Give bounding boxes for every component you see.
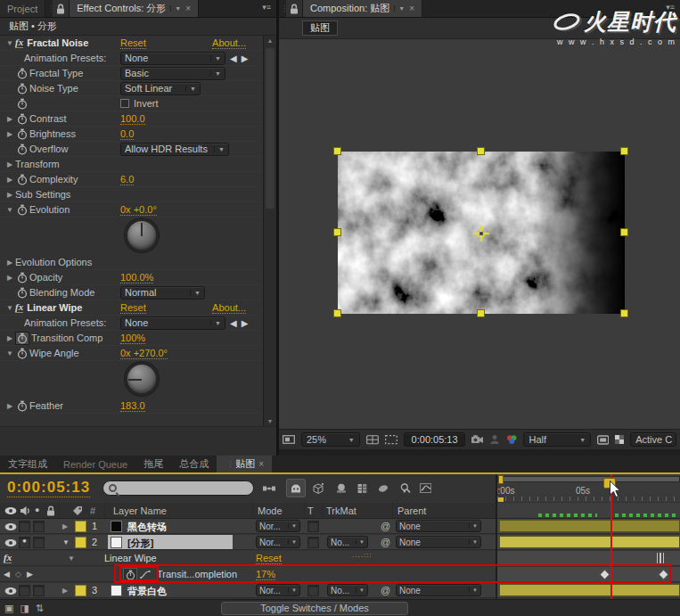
transparency-grid-icon[interactable] [615, 432, 624, 447]
effect-row-linear-wipe[interactable]: fx ▼ Linear Wipe Reset ....::: [0, 551, 496, 566]
parent-dropdown[interactable]: None▼ [396, 536, 481, 548]
row-evolution-options[interactable]: ▶ Evolution Options [0, 255, 260, 270]
eye-icon[interactable] [4, 538, 17, 547]
stopwatch-icon[interactable] [15, 348, 29, 359]
list-track-divider[interactable] [496, 474, 497, 599]
video-column-eye-icon[interactable] [4, 506, 17, 515]
work-area-bar[interactable] [497, 476, 680, 482]
twirl-collapsed-icon[interactable]: ▶ [4, 259, 15, 267]
layer-duration-bar[interactable] [499, 520, 680, 532]
shy-toggle-icon[interactable] [286, 479, 306, 497]
trkmat-column-header[interactable]: TrkMat [326, 505, 356, 516]
twirl-expanded-icon[interactable]: ▼ [68, 554, 75, 563]
selection-handle[interactable] [333, 147, 341, 155]
lock-column-icon[interactable] [45, 505, 56, 516]
opacity-value[interactable]: 100.0% [120, 272, 153, 283]
evolution-value[interactable]: 0x +0.0° [120, 204, 157, 216]
velocity-curve-icon[interactable] [140, 570, 151, 579]
live-update-icon[interactable] [400, 483, 411, 494]
comp-flowchart-button[interactable]: 贴图 [302, 21, 338, 36]
effect-name[interactable]: Linear Wipe [104, 553, 157, 563]
twirl-collapsed-icon[interactable]: ▶ [4, 191, 15, 199]
stopwatch-icon[interactable] [15, 128, 29, 140]
about-link[interactable]: About... [212, 37, 246, 49]
tab-dropdown-icon[interactable]: ▼ [170, 5, 181, 12]
mode-column-header[interactable]: Mode [258, 505, 283, 516]
solo-column-icon[interactable]: ● [35, 505, 39, 514]
graph-editor-icon[interactable] [420, 483, 431, 493]
stopwatch-icon[interactable] [15, 83, 29, 94]
parent-dropdown[interactable]: None▼ [396, 584, 481, 596]
always-preview-icon[interactable] [283, 432, 295, 447]
solo-cell[interactable] [33, 537, 45, 548]
t-switch-cell[interactable] [307, 521, 319, 532]
safe-margins-icon[interactable] [366, 432, 379, 447]
solo-cell[interactable] [33, 521, 45, 532]
twirl-collapsed-icon[interactable]: ▶ [4, 274, 15, 282]
t-switch-cell[interactable] [307, 585, 319, 596]
toggle-switches-modes-button[interactable]: Toggle Switches / Modes [221, 602, 408, 615]
reset-link[interactable]: Reset [120, 302, 146, 314]
effects-scrollbar[interactable]: ▲ ▼ [263, 36, 276, 426]
trkmat-dropdown[interactable]: No...▼ [327, 536, 368, 548]
twirl-collapsed-icon[interactable]: ▶ [4, 115, 15, 123]
selection-handle[interactable] [620, 228, 628, 236]
wipe-angle-dial[interactable] [125, 362, 159, 396]
region-of-interest-icon[interactable] [385, 432, 397, 447]
timeline-tab-trail[interactable]: 拖尾 [135, 456, 171, 472]
layer-name[interactable]: 黑色转场 [127, 521, 167, 534]
tab-close-icon[interactable]: × [409, 4, 414, 13]
row-sub-settings[interactable]: ▶ Sub Settings [0, 187, 260, 202]
parent-dropdown[interactable]: None▼ [396, 520, 481, 532]
stopwatch-icon[interactable] [15, 400, 29, 412]
twirl-expanded-icon[interactable]: ▼ [4, 304, 15, 312]
t-column-header[interactable]: T [307, 505, 314, 516]
presets-dropdown[interactable]: None▼ [120, 52, 225, 65]
twirl-collapsed-icon[interactable]: ▶ [4, 334, 15, 342]
twirl-collapsed-icon[interactable]: ▶ [62, 587, 68, 595]
panel-grip[interactable]: ⋮⋮ [279, 0, 286, 17]
preset-next-icon[interactable]: ▶ [242, 318, 249, 328]
preset-next-icon[interactable]: ▶ [242, 53, 249, 63]
selection-handle[interactable] [333, 228, 341, 236]
label-color-swatch[interactable] [75, 585, 86, 596]
selection-handle[interactable] [477, 147, 485, 155]
selection-handle[interactable] [333, 309, 341, 317]
stopwatch-icon[interactable] [15, 113, 29, 125]
twirl-collapsed-icon[interactable]: ▶ [4, 130, 15, 138]
panel-grip[interactable]: ⋮⋮ [45, 0, 53, 17]
number-column-header[interactable]: # [90, 505, 95, 516]
eye-icon[interactable] [4, 587, 17, 595]
audio-cell[interactable] [19, 521, 30, 532]
keyframe-row-transition[interactable]: ◀ ◇ ▶ Transit...ompletion 17% [0, 567, 496, 582]
stopwatch-icon[interactable] [15, 287, 29, 299]
blending-mode-dropdown[interactable]: Normal▼ [120, 286, 205, 300]
kf-nav-prev-icon[interactable]: ◀ [4, 570, 10, 579]
invert-checkbox[interactable] [120, 99, 129, 108]
stopwatch-icon-active[interactable] [123, 568, 137, 581]
label-column-tag-icon[interactable] [72, 505, 83, 516]
eye-icon[interactable] [4, 522, 17, 531]
evolution-dial[interactable] [125, 218, 159, 252]
reset-link[interactable]: Reset [120, 37, 146, 49]
tab-close-icon[interactable]: × [258, 459, 264, 469]
layer-color-swatch[interactable] [111, 521, 122, 532]
t-switch-cell[interactable] [307, 537, 319, 548]
noise-type-dropdown[interactable]: Soft Linear▼ [120, 82, 201, 95]
pickwhip-icon[interactable]: @ [381, 585, 390, 595]
fractal-type-dropdown[interactable]: Basic▼ [120, 67, 225, 80]
view-dropdown[interactable]: Active C [630, 432, 676, 447]
wipe-angle-value[interactable]: 0x +270.0° [120, 348, 168, 359]
overflow-dropdown[interactable]: Allow HDR Results▼ [120, 143, 229, 156]
twirl-expanded-icon[interactable]: ▼ [4, 206, 15, 214]
mode-dropdown[interactable]: Nor...▼ [256, 520, 300, 532]
mode-dropdown[interactable]: Nor...▼ [256, 584, 300, 596]
brainstorm-icon[interactable] [357, 483, 368, 494]
layer-name[interactable]: [分形] [127, 537, 153, 550]
twirl-expanded-icon[interactable]: ▼ [62, 538, 70, 546]
layer-color-swatch[interactable] [111, 585, 122, 596]
show-channel-icon[interactable] [506, 432, 517, 447]
stopwatch-icon-active[interactable] [15, 332, 29, 345]
audio-cell[interactable] [19, 585, 30, 596]
layer-duration-bar[interactable] [499, 584, 680, 596]
